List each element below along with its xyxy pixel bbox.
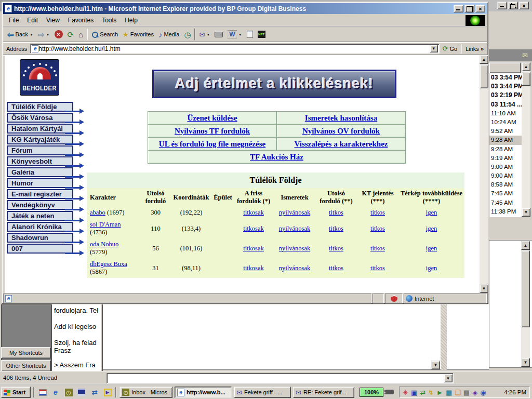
list-item[interactable]: 11:38 PM <box>489 207 522 216</box>
mail-dropdown-icon[interactable]: ▼ <box>206 33 210 36</box>
map-link[interactable]: igen <box>426 225 437 232</box>
quicklaunch-sync-folder-icon[interactable]: ⇄ <box>89 388 100 397</box>
my-shortcuts-button[interactable]: My Shortcuts <box>1 347 51 358</box>
battery-indicator[interactable]: 100% <box>360 388 383 397</box>
upload-tray-icon[interactable]: ► <box>436 389 443 396</box>
home-button[interactable]: ⌂ <box>76 28 85 41</box>
map-link[interactable]: igen <box>426 245 437 252</box>
preview-scroll-up-icon[interactable]: ▲ <box>521 241 530 250</box>
character-link[interactable]: ababo <box>90 209 105 216</box>
fan-tray-icon[interactable]: ✳ <box>403 389 408 396</box>
know-link[interactable]: nyilvánosak <box>279 264 310 272</box>
kt-link[interactable]: titkos <box>370 264 385 272</box>
last-link[interactable]: titkos <box>329 209 343 216</box>
menu-edit[interactable]: Edit <box>23 16 42 25</box>
forward-mail-icon[interactable]: ✉ <box>522 51 528 59</box>
menu-view[interactable]: View <box>43 16 63 25</box>
list-item[interactable]: 11:10 AM <box>489 109 522 118</box>
link-nyilvanos-ov-fordulok[interactable]: Nyilvános OV fordulók <box>302 127 380 135</box>
sidebar-item-alanori-kronika[interactable]: Alanori Krónika <box>7 222 73 232</box>
ie-close-icon[interactable]: × <box>475 5 485 12</box>
list-item[interactable]: 03 11:54 ... <box>489 100 522 109</box>
printer-tray-icon[interactable]: ▤ <box>463 389 470 396</box>
list-item[interactable]: 03 2:19 PM <box>489 91 522 100</box>
page-scroll-thumb[interactable] <box>480 64 488 88</box>
list-scroll-up-icon[interactable]: ▲ <box>522 62 530 71</box>
fresh-link[interactable]: titkosak <box>243 264 264 272</box>
character-link[interactable]: soi D'Aman <box>90 221 121 228</box>
history-button[interactable]: ◷ <box>182 28 193 41</box>
fresh-link[interactable]: titkosak <box>243 225 264 232</box>
list-scrollbar[interactable] <box>522 71 530 208</box>
list-item[interactable]: 9:19 AM <box>489 154 522 163</box>
display-tray-icon[interactable]: ▦ <box>446 389 452 396</box>
message-list-header[interactable] <box>489 62 521 73</box>
ie-minimize-icon[interactable] <box>454 5 463 12</box>
ie-titlebar[interactable]: e http://www.beholder.hu/l1.htm - Micros… <box>3 3 487 14</box>
outlook-restore-icon[interactable] <box>508 2 518 9</box>
compose-field[interactable]: ▼ <box>107 373 454 383</box>
refresh-button[interactable]: ⟳ <box>65 28 76 41</box>
know-link[interactable]: nyilvánosak <box>279 225 310 232</box>
page-scroll-down-icon[interactable]: ▼ <box>480 284 488 293</box>
list-item[interactable]: 03 3:44 PM <box>489 82 522 91</box>
preview-scroll-down-icon[interactable]: ▼ <box>521 358 530 367</box>
sidebar-item-galeria[interactable]: Galéria <box>7 167 73 177</box>
menu-tools[interactable]: Tools <box>98 16 120 25</box>
sidebar-item-tulelok-foldje[interactable]: Túlélők Földje <box>7 102 73 112</box>
sidebar-item-konyvesbolt[interactable]: Könyvesbolt <box>7 156 73 166</box>
sidebar-item-vendegkonyv[interactable]: Vendégkönyv <box>7 200 73 210</box>
user-tray-icon[interactable]: ↯ <box>428 389 434 396</box>
back-button[interactable]: ⇦ Back▼ <box>5 28 35 41</box>
sidebar-item-osok-varosa[interactable]: Ősök Városa <box>7 113 73 123</box>
ie-maximize-icon[interactable] <box>464 5 474 12</box>
other-shortcuts-button[interactable]: Other Shortcuts <box>1 360 51 371</box>
quicklaunch-outlook-icon[interactable] <box>37 388 48 397</box>
sidebar-item-humor[interactable]: Humor <box>7 178 73 188</box>
back-dropdown-icon[interactable]: ▼ <box>30 33 33 36</box>
outlook-close-icon[interactable]: × <box>519 2 529 9</box>
sync-arrows-tray-icon[interactable]: ⇄ <box>420 389 425 396</box>
edit-dropdown-icon[interactable]: ▼ <box>238 33 242 36</box>
task-fekete-griff[interactable]: ✉ Fekete griff - ... <box>234 387 291 398</box>
compose-field-dropdown-icon[interactable]: ▼ <box>444 374 453 382</box>
mail-button[interactable]: ✉ ▼ <box>197 28 212 41</box>
list-item[interactable]: 8:58 AM <box>489 180 522 189</box>
pen-shield-tray-icon[interactable]: ◈ <box>472 389 477 396</box>
character-link[interactable]: oda Nobuo <box>90 241 118 248</box>
quicklaunch-clock-icon[interactable]: ◷ <box>63 388 74 397</box>
sidebar-item-hatalom-kartyai[interactable]: Hatalom Kártyái <box>7 124 73 134</box>
s-square-tray-icon[interactable]: ▣ <box>411 389 417 396</box>
list-item[interactable]: 7:45 AM <box>489 189 522 198</box>
last-link[interactable]: titkos <box>329 225 343 232</box>
forward-dropdown-icon[interactable]: ▼ <box>46 33 50 36</box>
list-item[interactable]: 9:00 AM <box>489 163 522 171</box>
clock[interactable]: 4:26 PM <box>504 389 526 395</box>
list-scroll-thumb[interactable] <box>522 72 530 86</box>
list-item-selected[interactable]: 9:28 AM <box>489 136 522 144</box>
favorites-button[interactable]: ★ Favorites <box>121 28 156 41</box>
list-item[interactable]: 9:28 AM <box>489 145 522 154</box>
task-browser-active[interactable]: e http://www.b... <box>175 387 232 398</box>
last-link[interactable]: titkos <box>329 245 343 252</box>
list-item[interactable]: 9:52 AM <box>489 127 522 136</box>
print-button[interactable] <box>212 28 225 41</box>
sidebar-item-kg-kartyajatek[interactable]: KG Kártyajáték <box>7 135 73 144</box>
link-visszalepes[interactable]: Visszalépés a karakterekhez <box>295 140 388 148</box>
banner-ad[interactable]: Adj értelmet a klikkelésnek! <box>152 70 396 98</box>
know-link[interactable]: nyilvánosak <box>279 245 310 252</box>
sidebar-item-shadowrun[interactable]: Shadowrun <box>7 233 73 243</box>
beholder-logo[interactable]: BEHOLDER <box>20 59 59 96</box>
task-inbox[interactable]: ◷ Inbox - Micros... <box>119 387 172 398</box>
sidebar-item-forum[interactable]: Fórum <box>7 145 73 155</box>
stop-button[interactable]: × <box>52 28 65 41</box>
link-uzenet-kuldese[interactable]: Üzenet küldése <box>187 114 237 122</box>
go-button[interactable]: ⟳ Go <box>441 44 460 54</box>
messenger-button[interactable]: NET <box>256 28 268 41</box>
link-ismeretek-hasonlitasa[interactable]: Ismeretek hasonlítása <box>305 114 377 122</box>
edit-button[interactable]: W ▼ <box>225 28 244 41</box>
menu-favorites[interactable]: Favorites <box>64 16 97 25</box>
link-ul-log-file[interactable]: UL és forduló log file megnézése <box>159 140 265 148</box>
start-button[interactable]: Start <box>1 387 31 398</box>
list-item[interactable]: 7:45 AM <box>489 198 522 207</box>
